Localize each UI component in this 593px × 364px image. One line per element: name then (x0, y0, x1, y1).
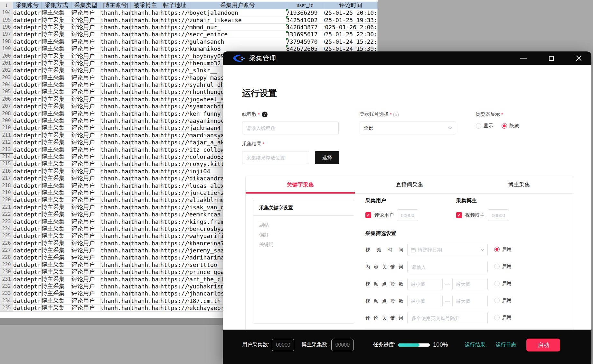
cell-comment-time[interactable]: 2025-01-25 22:30: (324, 31, 378, 38)
cell-post-url[interactable]: https://w (160, 196, 189, 204)
cell-collect-account[interactable]: datdeptra (13, 96, 42, 103)
cell-blogger-account[interactable]: thanh.har (100, 175, 131, 182)
cell-blogger-account[interactable]: thanh.har (100, 45, 131, 52)
cell-collect-account[interactable]: datdeptra (13, 88, 42, 96)
cell-post-url[interactable]: https://w (160, 110, 189, 117)
cell-blogger-account[interactable]: thanh.har (100, 88, 131, 96)
cell-blogger-account[interactable]: thanh.har (100, 305, 131, 312)
cell-collect-type[interactable]: 评论用户 (71, 24, 100, 31)
cell-collected-blogger[interactable]: thanh.har (131, 189, 160, 196)
cell-collect-account[interactable]: datdeptra (13, 31, 42, 38)
cell-collect-account[interactable]: datdeptra (13, 16, 42, 23)
cell-collect-type[interactable]: 评论用户 (71, 182, 100, 189)
comment-user-count-input[interactable] (397, 209, 418, 221)
cell-blogger-account[interactable]: thanh.har (100, 103, 131, 110)
cell-post-url[interactable]: https://w (160, 38, 189, 45)
cell-post-url[interactable]: https://w (160, 276, 189, 283)
cell-collected-blogger[interactable]: thanh.har (131, 160, 160, 168)
cell-collected-blogger[interactable]: thanh.har (131, 247, 160, 254)
cell-collect-type[interactable]: 评论用户 (71, 276, 100, 283)
col-header-collected-blogger[interactable]: 被采博主 (131, 2, 160, 9)
cell-blogger-account[interactable]: thanh.har (100, 283, 131, 290)
cell-collected-blogger[interactable]: thanh.har (131, 146, 160, 153)
video-likes2-min-input[interactable] (407, 295, 443, 307)
cell-blogger-account[interactable]: thanh.har (100, 110, 131, 117)
cell-comment-time[interactable]: 2025-01-25 20:10: (324, 9, 378, 16)
row-number[interactable]: 199 (0, 45, 13, 52)
row-number[interactable]: 222 (0, 211, 13, 218)
cell-collect-type[interactable]: 评论用户 (71, 110, 100, 117)
cell-collected-blogger[interactable]: thanh.har (131, 103, 160, 110)
video-time-date-select[interactable]: 请选择日期 (407, 244, 488, 256)
row-number[interactable]: 235 (0, 305, 13, 312)
cell-collect-account[interactable]: datdeptra (13, 225, 42, 232)
row-number[interactable]: 221 (0, 204, 13, 211)
cell-collect-method[interactable]: 博主采集 (42, 204, 71, 211)
cell-collect-account[interactable]: datdeptra (13, 168, 42, 175)
comment-keyword-enable-radio[interactable]: 启用 (494, 314, 512, 321)
cell-collect-account[interactable]: datdeptra (13, 232, 42, 240)
cell-collected-blogger[interactable]: thanh.har (131, 81, 160, 88)
cell-user-id[interactable]: 442843877 (286, 24, 324, 31)
cell-collected-user[interactable]: boyetjalandoon (189, 9, 286, 16)
cell-post-url[interactable]: https://w (160, 283, 189, 290)
cell-post-url[interactable]: https://w (160, 268, 189, 276)
video-likes2-max-input[interactable] (452, 295, 488, 307)
row-number[interactable]: 202 (0, 67, 13, 74)
cell-collect-type[interactable]: 评论用户 (71, 254, 100, 261)
cell-blogger-account[interactable]: thanh.har (100, 139, 131, 146)
row-number[interactable]: 228 (0, 254, 13, 261)
cell-collect-method[interactable]: 博主采集 (42, 160, 71, 168)
cell-collected-blogger[interactable]: thanh.har (131, 38, 160, 45)
cell-blogger-account[interactable]: thanh.har (100, 124, 131, 132)
cell-collected-user[interactable]: mhmd_nur_ (189, 24, 286, 31)
cell-collected-user[interactable]: secc_enince (189, 31, 286, 38)
cell-comment-time[interactable]: 2025-01-26 2:06: (324, 24, 378, 31)
cell-collect-method[interactable]: 博主采集 (42, 132, 71, 139)
cell-blogger-account[interactable]: thanh.har (100, 9, 131, 16)
cell-collect-account[interactable]: datdeptra (13, 81, 42, 88)
cell-collect-account[interactable]: datdeptra (13, 247, 42, 254)
cell-post-url[interactable]: https://w (160, 146, 189, 153)
cell-collect-account[interactable]: datdeptra (13, 276, 42, 283)
cell-collect-type[interactable]: 评论用户 (71, 175, 100, 182)
cell-collected-blogger[interactable]: thanh.har (131, 74, 160, 81)
cell-collect-account[interactable]: datdeptra (13, 74, 42, 81)
col-header-collect-method[interactable]: 采集方式 (42, 2, 71, 9)
cell-collect-method[interactable]: 博主采集 (42, 297, 71, 305)
row-number[interactable]: 229 (0, 261, 13, 268)
row-number[interactable]: 226 (0, 240, 13, 247)
cell-collect-type[interactable]: 评论用户 (71, 74, 100, 81)
maximize-icon[interactable] (547, 54, 555, 62)
cell-post-url[interactable]: https://w (160, 175, 189, 182)
cell-collect-account[interactable]: datdeptra (13, 240, 42, 247)
cell-collect-method[interactable]: 博主采集 (42, 16, 71, 23)
video-likes-max-input[interactable] (452, 278, 488, 290)
cell-blogger-account[interactable]: thanh.har (100, 81, 131, 88)
row-number[interactable]: 215 (0, 160, 13, 168)
cell-collect-account[interactable]: datdeptra (13, 268, 42, 276)
cell-collect-type[interactable]: 评论用户 (71, 117, 100, 124)
cell-collect-method[interactable]: 博主采集 (42, 261, 71, 268)
row-number-header[interactable]: 1 (0, 2, 13, 9)
cell-collect-type[interactable]: 评论用户 (71, 16, 100, 23)
cell-collected-blogger[interactable]: thanh.har (131, 16, 160, 23)
cell-blogger-account[interactable]: thanh.har (100, 96, 131, 103)
cell-collect-account[interactable]: datdeptra (13, 124, 42, 132)
run-result-link[interactable]: 运行结果 (465, 341, 485, 348)
cell-blogger-account[interactable]: thanh.har (100, 276, 131, 283)
row-number[interactable]: 230 (0, 268, 13, 276)
cell-post-url[interactable]: https://w (160, 211, 189, 218)
row-number[interactable]: 218 (0, 182, 13, 189)
cell-collect-type[interactable]: 评论用户 (71, 261, 100, 268)
cell-collected-blogger[interactable]: thanh.har (131, 254, 160, 261)
cell-collect-method[interactable]: 博主采集 (42, 225, 71, 232)
cell-post-url[interactable]: https://w (160, 74, 189, 81)
cell-collected-blogger[interactable]: thanh.har (131, 60, 160, 67)
cell-post-url[interactable]: https://w (160, 88, 189, 96)
row-number[interactable]: 196 (0, 24, 13, 31)
cell-collect-method[interactable]: 博主采集 (42, 9, 71, 16)
cell-blogger-account[interactable]: thanh.har (100, 268, 131, 276)
cell-collect-type[interactable]: 评论用户 (71, 290, 100, 297)
radio-browser-hide[interactable]: 隐藏 (502, 123, 519, 129)
